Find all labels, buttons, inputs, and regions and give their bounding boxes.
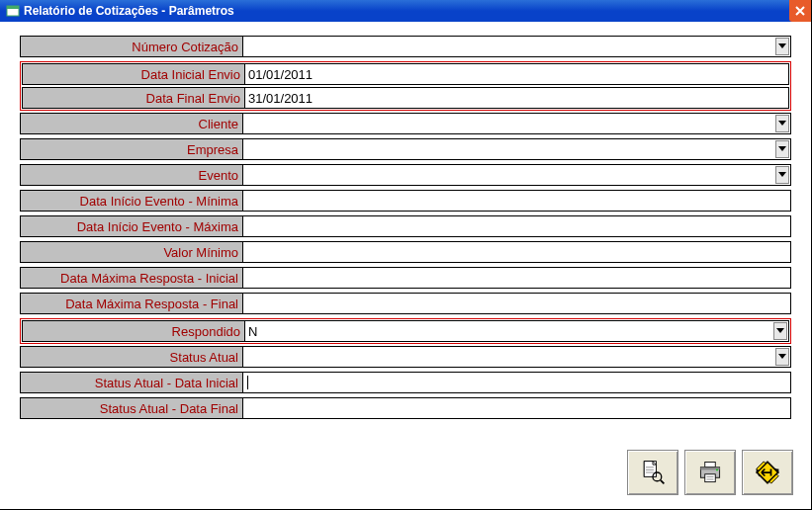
label-data-inicio-evento-min: Data Início Evento - Mínima [20,190,243,212]
label-data-max-resposta-final: Data Máxima Resposta - Final [20,293,243,314]
report-parameters-window: Relatório de Cotizações - Parâmetros Núm… [0,0,812,510]
dropdown-arrow-icon[interactable] [775,166,789,184]
input-status-atual-data-final[interactable] [243,397,791,419]
dropdown-arrow-icon[interactable] [773,322,787,340]
label-evento: Evento [20,164,243,186]
dropdown-arrow-icon[interactable] [775,348,789,366]
row-evento: Evento [20,164,791,186]
highlight-envio-dates: Data Inicial Envio 01/01/2011 Data Final… [20,61,791,111]
label-data-inicio-evento-max: Data Início Evento - Máxima [20,215,243,237]
input-data-inicial-envio[interactable]: 01/01/2011 [245,63,789,85]
label-valor-minimo: Valor Mínimo [20,241,243,263]
close-button[interactable] [789,0,811,22]
row-data-inicial-envio: Data Inicial Envio 01/01/2011 [22,63,789,85]
label-status-atual-data-final: Status Atual - Data Final [20,397,243,419]
dropdown-arrow-icon[interactable] [775,140,789,158]
value-data-inicial-envio: 01/01/2011 [248,67,313,82]
svg-rect-11 [705,474,716,482]
exit-button[interactable] [742,450,793,495]
row-data-inicio-evento-min: Data Início Evento - Mínima [20,190,791,212]
dropdown-arrow-icon[interactable] [775,38,789,55]
input-valor-minimo[interactable] [243,241,791,263]
input-data-inicio-evento-max[interactable] [243,215,791,237]
label-data-final-envio: Data Final Envio [22,87,245,109]
label-numero-cotizacao: Número Cotização [20,36,243,57]
input-data-inicio-evento-min[interactable] [243,190,791,212]
svg-point-14 [716,469,718,471]
svg-rect-1 [7,6,19,9]
row-valor-minimo: Valor Mínimo [20,241,791,263]
window-title: Relatório de Cotizações - Parâmetros [24,4,234,18]
input-respondido[interactable]: N [245,320,789,342]
label-status-atual: Status Atual [20,346,243,368]
text-cursor [247,376,248,389]
label-empresa: Empresa [20,138,243,160]
row-empresa: Empresa [20,138,791,160]
value-data-final-envio: 31/01/2011 [248,91,313,106]
label-data-max-resposta-inicial: Data Máxima Resposta - Inicial [20,267,243,289]
label-status-atual-data-inicial: Status Atual - Data Inicial [20,372,243,393]
row-data-max-resposta-final: Data Máxima Resposta - Final [20,293,791,314]
highlight-respondido: Respondido N [20,318,791,344]
form-area: Número Cotização Data Inicial Envio 01/0… [0,22,811,433]
row-status-atual-data-final: Status Atual - Data Final [20,397,791,419]
input-status-atual[interactable] [243,346,791,368]
input-data-max-resposta-inicial[interactable] [243,267,791,289]
row-data-final-envio: Data Final Envio 31/01/2011 [22,87,789,109]
row-data-max-resposta-inicial: Data Máxima Resposta - Inicial [20,267,791,289]
dropdown-arrow-icon[interactable] [775,115,789,132]
titlebar: Relatório de Cotizações - Parâmetros [0,0,811,22]
svg-line-7 [661,480,665,484]
row-cliente: Cliente [20,113,791,134]
exit-sign-icon [754,459,781,486]
row-data-inicio-evento-max: Data Início Evento - Máxima [20,215,791,237]
row-numero-cotizacao: Número Cotização [20,36,791,57]
input-data-max-resposta-final[interactable] [243,293,791,314]
svg-rect-8 [705,463,716,468]
value-respondido: N [248,324,257,339]
row-status-atual: Status Atual [20,346,791,368]
print-button[interactable] [684,450,736,495]
input-evento[interactable] [243,164,791,186]
toolbar-buttons [627,450,793,495]
document-magnify-icon [639,459,667,486]
input-numero-cotizacao[interactable] [243,36,791,57]
preview-button[interactable] [627,450,678,495]
input-cliente[interactable] [243,113,791,134]
label-data-inicial-envio: Data Inicial Envio [22,63,245,85]
input-status-atual-data-inicial[interactable] [243,372,791,393]
input-data-final-envio[interactable]: 31/01/2011 [245,87,789,109]
printer-icon [696,459,724,486]
label-respondido: Respondido [22,320,245,342]
label-cliente: Cliente [20,113,243,134]
input-empresa[interactable] [243,138,791,160]
row-respondido: Respondido N [22,320,789,342]
row-status-atual-data-inicial: Status Atual - Data Inicial [20,372,791,393]
window-icon [6,4,20,18]
